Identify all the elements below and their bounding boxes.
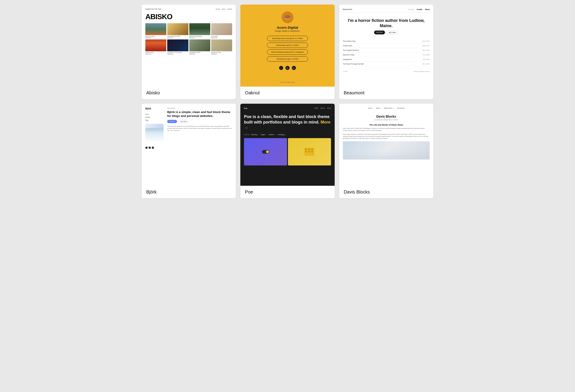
book-row-5: Hangsaman Jan 1951 [343, 57, 430, 62]
beaumont-btn-work[interactable]: My Work [374, 30, 385, 34]
bjork-brand: Björk [145, 107, 164, 110]
poe-hero-title: Poe is a clean, flexible and fast block … [244, 114, 331, 131]
poe-filter-bar: Filter by Branding → Digital → Editorial… [244, 134, 331, 135]
poe-toggle-dot [266, 150, 269, 153]
davis-label: Davis Blocks [339, 186, 433, 198]
book-row-1: The Golden Dog Sep 1979 [343, 39, 430, 44]
davis-card[interactable]: Home About Style Guide ∨ Download Davis … [339, 104, 433, 198]
bjork-title: Björk is a simple, clean and fast block … [167, 110, 232, 118]
poe-nav-about[interactable]: About [321, 107, 325, 109]
abisko-img-mountains [145, 23, 166, 35]
davis-article-body-1: Dieter Rams (born 20 May 1932 in Wiesbad… [343, 127, 430, 131]
poe-label: Poe [240, 186, 335, 198]
oaknut-btn-instagram[interactable]: Half-heartedly posting stuff on Instagra… [267, 49, 308, 55]
beaumont-book-list: The Golden Dog Sep 1979 Purple Haze May … [343, 39, 430, 66]
book-row-2: Purple Haze May 1971 [343, 44, 430, 48]
bjork-main: Introduction Björk is a simple, clean an… [167, 107, 232, 182]
lego-illustration [304, 148, 314, 156]
bjork-nav-intro[interactable]: Intro [145, 114, 164, 115]
poe-brand: Poe [244, 107, 247, 109]
abisko-img-road [189, 23, 210, 35]
bjork-label: Björk [142, 186, 236, 198]
poe-nav-news[interactable]: News [327, 107, 331, 109]
poe-filter-packaging[interactable]: Packaging → [278, 134, 287, 135]
abisko-cap-6: A nightmare in Times Square2023-10-02 [167, 52, 188, 55]
poe-preview: Poe Work About News Poe is a clean, flex… [240, 104, 335, 186]
oaknut-btn-twitter[interactable]: Spreading doom and gloom on Twitter [267, 36, 308, 41]
abisko-cap-1: Into the mountains2023-03-10 [145, 36, 166, 39]
abisko-nav-journal[interactable]: Journal [216, 8, 220, 10]
bjork-nav-details[interactable]: Details [145, 117, 164, 118]
davis-preview: Home About Style Guide ∨ Download Davis … [339, 104, 433, 186]
beaumont-brand: Beaumont [343, 8, 352, 10]
davis-nav-style[interactable]: Style Guide ∨ [384, 107, 394, 109]
abisko-cap-7: Throwback to the PCT2023-09-09 [189, 52, 210, 55]
poe-filter-editorial[interactable]: Editorial → [269, 134, 276, 135]
poe-toggle [262, 150, 269, 154]
abisko-title: ABISKO [145, 13, 232, 21]
bjork-social-tw[interactable] [152, 147, 154, 149]
abisko-cap-4: Gear update2023-01-28 [211, 36, 232, 39]
oaknut-logo: 🍩 [282, 11, 293, 23]
oaknut-subtitle: Design studio in Stockholm. [275, 30, 300, 32]
beaumont-nav-journal[interactable]: Journal [408, 8, 414, 10]
abisko-nav-portfolio[interactable]: Portfolio [227, 8, 232, 10]
abisko-img-times [167, 39, 188, 51]
oaknut-btn-twitch[interactable]: Distracting myself on Twitch [267, 43, 308, 48]
poe-nav-work[interactable]: Work [315, 107, 318, 109]
davis-hero: Davis Blocks A Small and Simple Block Th… [343, 115, 430, 121]
poe-filter-branding[interactable]: Branding → [251, 134, 259, 135]
oaknut-card[interactable]: 🍩 Acorn Digital Design studio in Stockho… [240, 4, 335, 99]
instagram-icon[interactable]: ◎ [286, 66, 289, 70]
abisko-nav-about[interactable]: About [222, 8, 226, 10]
beaumont-card[interactable]: Beaumont Journal Profile Work I'm a horr… [339, 4, 433, 99]
abisko-cap-2: Food adventures in Seoul2023-02-19 [167, 36, 188, 39]
poe-portfolio-left [244, 138, 287, 166]
bjork-social-ig[interactable] [148, 147, 151, 149]
abisko-img-food [167, 23, 188, 35]
beaumont-nav-profile[interactable]: Profile [417, 8, 422, 10]
book-row-4: Machine's Way Oct 1966 [343, 53, 430, 57]
bjork-card[interactable]: Björk Intro Details Blog [142, 104, 236, 198]
poe-more-link[interactable]: More → [244, 120, 330, 130]
bjork-sidebar: Björk Intro Details Blog [145, 107, 164, 182]
bjork-body-text: This demo site shows off some of the thi… [167, 125, 232, 131]
bjork-social-fb[interactable] [145, 147, 148, 149]
abisko-cap-3: Road trip to Shenandoah2023-02-07 [189, 36, 210, 39]
poe-card[interactable]: Poe Work About News Poe is a clean, flex… [240, 104, 335, 198]
abisko-img-gear [211, 23, 232, 35]
davis-nav: Home About Style Guide ∨ Download [343, 107, 430, 111]
bjork-intro-label: Introduction [167, 107, 232, 109]
abisko-label: Abisko [142, 87, 236, 99]
davis-article-image [343, 141, 430, 160]
oaknut-preview: 🍩 Acorn Digital Design studio in Stockho… [240, 4, 335, 87]
beaumont-preview: Beaumont Journal Profile Work I'm a horr… [339, 4, 433, 87]
oaknut-name: Acorn Digital [277, 25, 298, 29]
davis-nav-home[interactable]: Home [368, 107, 372, 109]
facebook-icon[interactable]: f [279, 66, 283, 70]
bjork-download-btn[interactable]: Download [167, 120, 177, 123]
abisko-cap-5: A week in Japan2023-10-28 [145, 52, 166, 55]
beaumont-hero-title: I'm a horror fiction author from Ludlow,… [343, 18, 430, 29]
abisko-cap-8: My plans for Japan2023-09-01 [211, 52, 232, 55]
linkedin-icon[interactable]: in [292, 66, 296, 70]
book-row-3: The Sudden Dancers Nov 1967 [343, 48, 430, 53]
beaumont-copyright: © 2022 [343, 71, 348, 72]
bjork-nav-blog[interactable]: Blog [145, 120, 164, 121]
davis-hero-title: Davis Blocks [343, 115, 430, 118]
davis-article-body-2: Rams began studies in architecture and i… [343, 133, 430, 140]
poe-portfolio-grid [244, 138, 331, 166]
abisko-preview: Updates from the road Journal About Port… [142, 4, 236, 87]
abisko-card[interactable]: Updates from the road Journal About Port… [142, 4, 236, 99]
davis-nav-about[interactable]: About [376, 107, 380, 109]
davis-article-title: The Life and Works of Dieter Rams [343, 124, 430, 126]
beaumont-nav-work[interactable]: Work [425, 8, 430, 10]
abisko-nav-title: Updates from the road [145, 8, 161, 10]
abisko-img-plans [211, 39, 232, 51]
bjork-readmore-btn[interactable]: Read More [178, 120, 189, 123]
davis-nav-download[interactable]: Download [397, 107, 404, 109]
poe-filter-digital[interactable]: Digital → [261, 134, 267, 135]
beaumont-btn-profile[interactable]: My Profile [386, 30, 398, 34]
oaknut-btn-tiktok[interactable]: Showing my age on TikTok [267, 56, 308, 62]
oaknut-theme-credit: Theme by Anders Norén [280, 78, 295, 83]
